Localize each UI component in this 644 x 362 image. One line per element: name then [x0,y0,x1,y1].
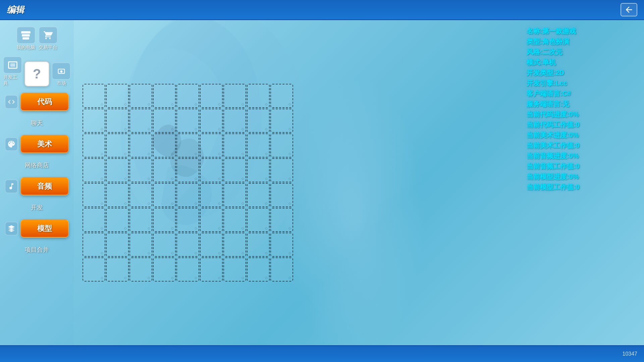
grid-cell[interactable] [247,257,270,282]
sidebar-item-devtools[interactable]: 开发工具 [3,57,22,86]
grid-cell[interactable] [83,183,105,207]
question-box[interactable]: ? [24,61,49,86]
grid-cell[interactable] [247,109,270,133]
grid-cell[interactable] [200,158,223,182]
grid-cell[interactable] [83,257,105,282]
project-merge-section: 项目合并 [0,242,74,257]
grid-cell[interactable] [129,233,152,257]
grid-cell[interactable] [153,84,176,108]
grid-cell[interactable] [129,208,152,232]
grid-cell[interactable] [106,233,129,257]
sidebar-item-trading[interactable]: 交易平台 [39,27,57,51]
grid-cell[interactable] [106,257,129,282]
art-section: 美术 [0,133,74,155]
grid-cell[interactable] [176,233,199,257]
grid-cell[interactable] [129,183,152,207]
audio-button[interactable]: 音频 [20,177,69,195]
grid-cell[interactable] [153,109,176,133]
grid-cell[interactable] [223,183,246,207]
code-button[interactable]: 代码 [20,93,69,111]
network-store-label[interactable]: 网络商店 [21,160,52,171]
grid-cell[interactable] [129,158,152,182]
grid-cell[interactable] [200,133,223,158]
grid-cell[interactable] [106,133,129,158]
grid-cell[interactable] [270,109,293,133]
back-button[interactable] [621,3,637,16]
dev-section: 开发 [0,200,74,215]
model-button[interactable]: 模型 [20,220,69,238]
sidebar-item-marketplace[interactable]: 市场 [52,63,70,86]
grid-cell[interactable] [153,233,176,257]
grid-cell[interactable] [223,84,246,108]
grid-cell[interactable] [200,183,223,207]
grid-cell[interactable] [223,257,246,282]
grid-cell[interactable] [200,109,223,133]
grid-cell[interactable] [129,109,152,133]
grid-cell[interactable] [106,109,129,133]
grid-cell[interactable] [176,133,199,158]
grid-cell[interactable] [83,158,105,182]
grid-cell[interactable] [223,133,246,158]
grid-cell[interactable] [83,84,105,108]
grid-cell[interactable] [83,233,105,257]
grid-cell[interactable] [247,233,270,257]
grid-cell[interactable] [270,183,293,207]
grid-cell[interactable] [200,208,223,232]
grid-cell[interactable] [247,84,270,108]
grid-cell[interactable] [270,133,293,158]
info-line-8: 当前代码进度:0% [527,110,634,119]
grid-cell[interactable] [153,257,176,282]
grid-cell[interactable] [223,208,246,232]
grid-cell[interactable] [106,183,129,207]
grid-cell[interactable] [270,84,293,108]
grid-cell[interactable] [106,208,129,232]
grid-cell[interactable] [176,84,199,108]
grid-cell[interactable] [247,133,270,158]
info-line-7: 服务端语言:无 [527,100,634,109]
grid-cell[interactable] [200,257,223,282]
grid-cell[interactable] [247,158,270,182]
grid-cell[interactable] [129,84,152,108]
grid-cell[interactable] [129,257,152,282]
grid-cell[interactable] [270,208,293,232]
art-button[interactable]: 美术 [20,135,69,153]
grid-cell[interactable] [153,158,176,182]
grid-cell[interactable] [106,158,129,182]
info-line-0: 名称:第一款游戏 [527,27,634,36]
audio-section: 音频 [0,175,74,197]
grid-cell[interactable] [176,109,199,133]
grid-cell[interactable] [200,233,223,257]
grid-cell[interactable] [153,183,176,207]
dev-label[interactable]: 开发 [28,202,46,213]
grid-cell[interactable] [176,183,199,207]
grid-cell[interactable] [83,208,105,232]
grid-cell[interactable] [176,208,199,232]
code-small-icon-box [5,95,18,109]
grid-cell[interactable] [153,133,176,158]
devtools-icon-box [3,57,22,73]
grid-cell[interactable] [106,84,129,108]
grid-cell[interactable] [223,109,246,133]
grid-cell[interactable] [83,133,105,158]
grid-cell[interactable] [270,158,293,182]
grid-cell[interactable] [176,158,199,182]
grid-cell[interactable] [129,133,152,158]
grid-cell[interactable] [223,233,246,257]
sidebar-item-mypc[interactable]: 我的电脑 [16,27,35,51]
grid-cell[interactable] [270,257,293,282]
chat-label[interactable]: 聊天 [28,118,46,128]
grid-cell[interactable] [247,208,270,232]
version-label: 10347 [623,351,638,357]
grid-cell[interactable] [247,183,270,207]
grid-cell[interactable] [223,158,246,182]
grid-cell[interactable] [83,109,105,133]
info-line-13: 当前音频工作值:0 [527,162,634,171]
grid-cell[interactable] [200,84,223,108]
grid-cell[interactable] [176,257,199,282]
grid-cell[interactable] [270,233,293,257]
info-line-14: 当前模型进度:0% [527,172,634,181]
art-small-icon-box [5,137,18,151]
info-line-5: 开发引擎:Lcc [527,79,634,88]
grid-cell[interactable] [153,208,176,232]
project-merge-label[interactable]: 项目合并 [21,244,52,255]
